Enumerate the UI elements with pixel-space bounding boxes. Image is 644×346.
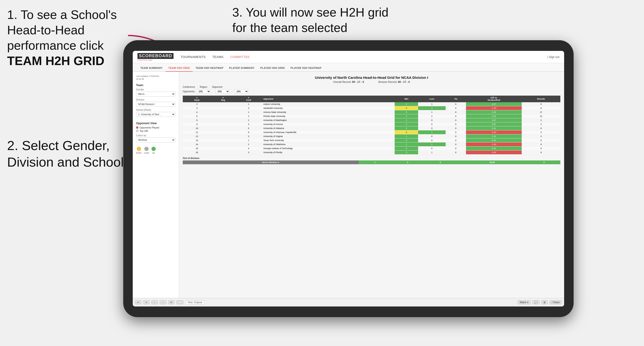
cell-rank: 15 [183, 147, 211, 151]
cell-win: 2 [395, 102, 418, 106]
sidebar: Last Updated: 27/03/2024 16:55:38 Team G… [133, 72, 179, 298]
cell-reg [211, 102, 235, 106]
filters-row: Conference Region Opponent [183, 86, 560, 88]
cell-diff: -4.33 [466, 130, 522, 134]
cell-diff: 4.50 [466, 147, 522, 151]
col-conf: # Conf [235, 96, 262, 102]
back-button[interactable]: ← [151, 300, 158, 304]
subnav-player-h2h-grid[interactable]: PLAYER H2H GRID [258, 65, 288, 72]
table-row: 13 1 Texas Tech University 3 0 0 5.56 9 [183, 139, 560, 143]
nav-teams[interactable]: TEAMS [212, 55, 224, 59]
clock-button[interactable]: 🕐 [176, 300, 184, 304]
col-reg: # Reg [211, 96, 235, 102]
cell-win: 3 [395, 126, 418, 130]
comment-button[interactable]: 💬 [532, 300, 540, 304]
view-original[interactable]: View: Original [185, 300, 204, 304]
legend-level: Level [144, 147, 149, 154]
out-division-name: NCAA Division II [183, 161, 358, 165]
cell-loss: 4 [418, 106, 446, 110]
cell-loss: 1 [418, 110, 446, 114]
cell-tie: 0 [446, 126, 466, 130]
grid-button[interactable]: ⊞ [541, 300, 548, 304]
cell-tie: 0 [446, 110, 466, 114]
undo-button[interactable]: ↩ [135, 300, 141, 304]
region-select[interactable]: (All) [216, 89, 230, 94]
table-row: 3 2 Vanderbilt University 0 4 0 -2.29 8 [183, 106, 560, 110]
cell-rounds: 9 [522, 102, 560, 106]
cell-rounds: 3 [522, 118, 560, 122]
cell-rank: 8 [183, 118, 211, 122]
subnav-team-h2h-heatmap[interactable]: TEAM H2H HEATMAP [193, 65, 226, 72]
overall-record: Overall Record: 89 - 17 - 0 [333, 80, 364, 83]
cell-tie: 0 [446, 118, 466, 122]
cell-diff: 5.56 [466, 139, 522, 143]
school-select[interactable]: 1. University of Nort... [136, 112, 176, 117]
colour-by-select[interactable]: Win/loss [136, 138, 176, 143]
subnav-team-h2h-grid[interactable]: TEAM H2H GRID [166, 65, 193, 72]
cell-reg [211, 122, 235, 126]
cell-rounds: 9 [522, 151, 560, 155]
legend-down: Down [136, 147, 142, 154]
cell-rounds: 9 [522, 139, 560, 143]
division-record: Division Record: 88 - 17 - 0 [378, 80, 410, 83]
cell-win: 1 [395, 143, 418, 147]
redo-button[interactable]: ↪ [143, 300, 149, 304]
grid-title: University of North Carolina Head-to-Hea… [183, 75, 560, 80]
cell-diff: 9.00 [466, 122, 522, 126]
cell-tie: 0 [446, 147, 466, 151]
col-opponent: Opponent [262, 96, 395, 102]
cell-rank: 4 [183, 110, 211, 114]
division-select[interactable]: NCAA Division I [136, 102, 176, 107]
toolbar-bottom: ↩ ↪ ← → ⟳ 🕐 View: Original Watch ▾ 💬 ⊞ ⤴… [133, 298, 564, 307]
conference-filter-group: Conference [183, 86, 195, 88]
cell-conf: 2 [235, 143, 262, 147]
opponent-view-radios: Opponents Played Top 100 [136, 126, 176, 132]
cell-rank: 3 [183, 106, 211, 110]
nav-tournaments[interactable]: TOURNAMENTS [180, 55, 206, 59]
table-row: 15 4 Georgia Institute of Technology 6 0… [183, 147, 560, 151]
cell-rank: 9 [183, 122, 211, 126]
cell-loss: 0 [418, 134, 446, 139]
cell-rank: 6 [183, 114, 211, 118]
table-row: 8 2 University of Washington 1 0 0 3.67 … [183, 118, 560, 122]
cell-conf: 2 [235, 118, 262, 122]
table-row: 12 3 University of Virginia 1 0 0 2.33 3 [183, 134, 560, 139]
sign-out[interactable]: | Sign out [548, 55, 560, 59]
radio-top100[interactable]: Top 100 [136, 130, 176, 132]
last-updated: Last Updated: 27/03/2024 16:55:38 [136, 75, 176, 81]
subnav-team-summary[interactable]: TEAM SUMMARY [138, 65, 166, 72]
radio-dot-1 [136, 126, 138, 129]
logo-text: SCOREBOARD [138, 53, 174, 59]
col-diff: Diff Av Strokes/Rnd [466, 96, 522, 102]
region-filter-group: Region [200, 86, 208, 88]
conference-select[interactable]: (All) [196, 89, 211, 94]
cell-rank: 16 [183, 151, 211, 155]
share-button[interactable]: ⤴ Share [550, 300, 562, 304]
forward-button[interactable]: → [160, 300, 166, 304]
table-row: 9 3 University of Arizona 1 0 0 9.00 2 [183, 122, 560, 126]
cell-reg [211, 130, 235, 134]
subnav-player-h2h-heatmap[interactable]: PLAYER H2H HEATMAP [288, 65, 324, 72]
refresh-button[interactable]: ⟳ [168, 300, 174, 304]
out-div-diff: 26.00 [457, 161, 528, 165]
nav-committee[interactable]: COMMITTEE [230, 55, 250, 59]
cell-win: 5 [395, 110, 418, 114]
subnav-player-summary[interactable]: PLAYER SUMMARY [226, 65, 258, 72]
cell-rounds: 8 [522, 126, 560, 130]
opponent-select[interactable]: (All) [234, 89, 249, 94]
gender-label: Gender [136, 88, 176, 91]
gender-select[interactable]: Men's [136, 92, 176, 97]
watch-button[interactable]: Watch ▾ [518, 300, 530, 304]
table-row: 2 1 Auburn University 2 1 0 1.67 9 [183, 102, 560, 106]
cell-opponent: University of Oklahoma [262, 143, 395, 147]
col-rounds: Rounds [522, 96, 560, 102]
radio-opponents-played[interactable]: Opponents Played [136, 126, 176, 129]
cell-loss: 1 [418, 130, 446, 134]
content-area: Last Updated: 27/03/2024 16:55:38 Team G… [133, 72, 564, 298]
col-loss: Loss [418, 96, 446, 102]
cell-diff: 3.67 [466, 118, 522, 122]
cell-rounds: 9 [522, 143, 560, 147]
cell-rank: 12 [183, 134, 211, 139]
col-tie: Tie [446, 96, 466, 102]
opponent-filter-group: Opponent [212, 86, 222, 88]
